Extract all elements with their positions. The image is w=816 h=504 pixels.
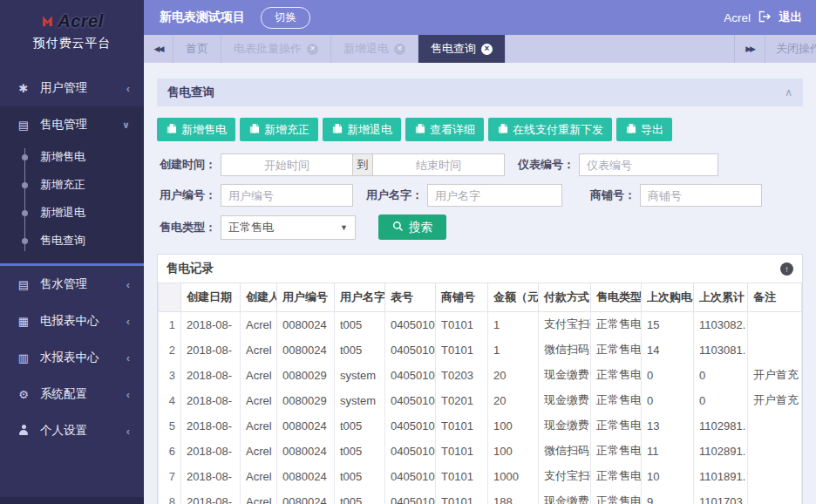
table-row[interactable]: 82018-08-Acrel0080024t00504050101T010118… xyxy=(159,489,802,504)
switch-project-button[interactable]: 切换 xyxy=(261,7,310,29)
tab-close-icon[interactable]: × xyxy=(394,44,405,55)
search-button[interactable]: 搜索 xyxy=(378,215,446,240)
sidebar-group: ▥ 水报表中心 ‹ xyxy=(0,339,144,376)
table-cell: 0080024 xyxy=(277,413,335,439)
toolbar-button[interactable]: 新增退电 xyxy=(323,118,401,141)
end-time-input[interactable] xyxy=(372,153,505,176)
sidebar-subitem[interactable]: 新增退电 xyxy=(0,199,144,227)
table-cell: 04050101 xyxy=(385,439,436,464)
sidebar-item[interactable]: ⚙ 系统配置 ‹ xyxy=(0,376,144,412)
table-cell: 2018-08- xyxy=(181,439,241,464)
scroll-top-icon[interactable]: ↑ xyxy=(780,262,793,276)
sidebar-item-label: 售水管理 xyxy=(40,276,87,292)
table-row[interactable]: 52018-08-Acrel0080024t00504050101T010110… xyxy=(159,413,802,439)
sidebar-subitem[interactable]: 新增充正 xyxy=(0,171,144,199)
table-cell: 1000 xyxy=(488,464,539,489)
toolbar-button[interactable]: 查看详细 xyxy=(405,118,484,141)
column-header: 用户名字 xyxy=(335,283,385,312)
table-cell: Acrel xyxy=(241,439,277,464)
table-row[interactable]: 72018-08-Acrel0080024t00504050101T010110… xyxy=(159,464,802,489)
tab[interactable]: 电表批量操作 × xyxy=(221,35,331,63)
logout-button[interactable]: 退出 xyxy=(779,10,802,25)
table-cell: 1102981. xyxy=(694,413,748,439)
shop-no-input[interactable] xyxy=(640,184,762,207)
toolbar-button[interactable]: 新增充正 xyxy=(240,118,318,141)
column-header: 上次累计 xyxy=(694,283,748,312)
sale-type-select[interactable]: 正常售电 ▼ xyxy=(221,215,356,240)
sidebar-item[interactable]: ▤ 售水管理 ‹ xyxy=(0,266,144,303)
table-cell: 开户首充 xyxy=(748,388,802,413)
sidebar-subitem[interactable]: 新增售电 xyxy=(0,143,144,171)
tab[interactable]: 新增退电 × xyxy=(331,35,418,63)
sidebar-item[interactable]: ▥ 水报表中心 ‹ xyxy=(0,339,144,376)
table-cell: T0101 xyxy=(436,464,488,489)
toolbar-button[interactable]: 导出 xyxy=(616,118,672,141)
table-cell: 100 xyxy=(488,439,539,464)
column-header: 商铺号 xyxy=(436,283,488,312)
tab[interactable]: 售电查询 × xyxy=(418,35,506,63)
table-cell xyxy=(748,312,802,337)
sidebar-item-label: 用户管理 xyxy=(40,80,87,96)
sidebar-subitem[interactable]: 售电查询 xyxy=(0,227,144,255)
column-header: 上次购电 xyxy=(642,283,694,312)
meter-no-input[interactable] xyxy=(579,153,718,176)
table-row[interactable]: 12018-08-Acrel0080024t00504050101T01011支… xyxy=(159,312,802,337)
card-icon: ▤ xyxy=(16,278,31,291)
close-operations-menu[interactable]: 关闭操作 xyxy=(765,35,816,63)
bullet-icon xyxy=(22,154,28,160)
tab-close-icon[interactable]: × xyxy=(307,44,318,55)
toolbar-button[interactable]: 新增售电 xyxy=(157,118,235,141)
table-cell: 9 xyxy=(642,489,694,504)
table-cell: 1103081. xyxy=(694,337,748,363)
records-table: 创建日期创建人用户编号用户名字表号商铺号金额（元付款方式售电类型上次购电上次累计… xyxy=(158,283,802,504)
tabs-scroll-left-icon[interactable]: ◀◀ xyxy=(144,35,173,63)
toolbar-button[interactable]: 在线支付重新下发 xyxy=(488,118,612,141)
sidebar-item[interactable]: 个人设置 ‹ xyxy=(0,412,144,449)
table-cell xyxy=(748,337,802,363)
table-row[interactable]: 22018-08-Acrel0080024t00504050101T01011微… xyxy=(159,337,802,363)
start-time-input[interactable] xyxy=(221,153,353,176)
tab-label: 电表批量操作 xyxy=(234,41,302,57)
table-cell: 100 xyxy=(488,413,539,439)
sidebar-subitem-label: 新增售电 xyxy=(40,149,85,165)
username[interactable]: Acrel xyxy=(724,11,751,24)
collapse-panel-icon[interactable]: ∧ xyxy=(785,86,792,99)
column-header: 付款方式 xyxy=(539,283,591,312)
table-cell: t005 xyxy=(335,413,385,439)
topbar-right: Acrel 退出 xyxy=(724,10,802,25)
shop-no-label: 商铺号： xyxy=(587,187,636,203)
table-cell: 1102891. xyxy=(694,439,748,464)
chevron-left-icon: ‹ xyxy=(126,351,130,364)
column-header: 备注 xyxy=(748,283,802,312)
sidebar-item-label: 电报表中心 xyxy=(40,313,99,329)
table-row[interactable]: 42018-08-Acrel0080029system04050102T0201… xyxy=(159,388,802,413)
sidebar-item[interactable]: ▦ 电报表中心 ‹ xyxy=(0,303,144,339)
user-no-input[interactable] xyxy=(221,184,353,207)
select-caret-icon: ▼ xyxy=(340,223,348,232)
table-cell: 2018-08- xyxy=(181,413,241,439)
table-row[interactable]: 32018-08-Acrel0080029system04050102T0203… xyxy=(159,363,802,388)
tab[interactable]: 首页 xyxy=(173,35,221,63)
filter-row-2: 用户编号： 用户名字： 商铺号： xyxy=(157,184,803,207)
tabs-scroll-right-icon[interactable]: ▶▶ xyxy=(734,35,765,63)
table-cell: 13 xyxy=(642,413,694,439)
records-panel: 售电记录 ↑ 创建日期创建人用户编号用户名字表号商铺号金额（元付款方式售电类型上… xyxy=(157,254,803,504)
table-cell: t005 xyxy=(335,464,385,489)
table-cell: 微信扫码支付 xyxy=(539,439,591,464)
table-cell: 2018-08- xyxy=(181,363,241,388)
table-cell: 04050101 xyxy=(385,337,436,363)
card-icon: ▤ xyxy=(16,119,31,132)
tab-close-icon[interactable]: × xyxy=(481,44,493,55)
table-cell: Acrel xyxy=(241,413,277,439)
sidebar-item[interactable]: ✱ 用户管理 ‹ xyxy=(0,70,144,106)
user-name-input[interactable] xyxy=(427,184,562,207)
table-cell: 04050101 xyxy=(385,413,436,439)
bullet-icon xyxy=(22,238,28,244)
sidebar-item[interactable]: ▤ 售电管理 ∨ xyxy=(0,106,144,143)
table-row[interactable]: 62018-08-Acrel0080024t00504050101T010110… xyxy=(159,439,802,464)
file-icon xyxy=(166,123,177,137)
table-cell: T0101 xyxy=(436,337,488,363)
table-cell: 5 xyxy=(159,413,181,439)
toolbar-button-label: 导出 xyxy=(641,122,663,138)
report-icon: ▥ xyxy=(16,351,31,364)
